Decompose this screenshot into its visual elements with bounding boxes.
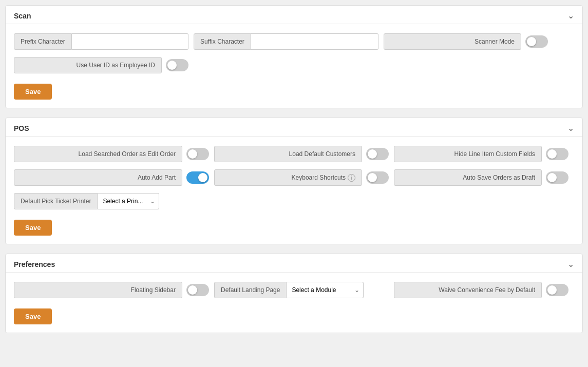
floating-sidebar-label: Floating Sidebar: [14, 282, 182, 298]
keyboard-shortcuts-info-icon: i: [348, 174, 355, 182]
scan-section-body: Prefix Character Suffix Character Scanne…: [6, 24, 582, 108]
preferences-row-1: Floating Sidebar Default Landing Page Se…: [14, 282, 574, 298]
pos-chevron-icon: ⌄: [567, 123, 574, 133]
waive-fee-group: Waive Convenience Fee by Default: [394, 282, 568, 298]
prefix-field-group: Prefix Character: [14, 33, 188, 50]
waive-fee-label: Waive Convenience Fee by Default: [394, 282, 542, 298]
preferences-section-body: Floating Sidebar Default Landing Page Se…: [6, 273, 582, 333]
use-user-id-label: Use User ID as Employee ID: [14, 57, 162, 73]
default-printer-select[interactable]: Select a Prin...: [98, 193, 159, 209]
floating-sidebar-toggle[interactable]: [186, 284, 209, 296]
auto-add-part-toggle[interactable]: [186, 171, 209, 184]
auto-add-part-slider: [186, 171, 209, 184]
auto-add-part-label: Auto Add Part: [14, 169, 182, 186]
pos-title: POS: [14, 124, 29, 132]
use-user-id-group: Use User ID as Employee ID: [14, 57, 188, 73]
hide-line-item-group: Hide Line Item Custom Fields: [394, 146, 568, 162]
scanner-mode-toggle[interactable]: [525, 35, 548, 48]
pos-row-2: Auto Add Part Keyboard Shortcuts i Auto …: [14, 169, 574, 186]
scanner-mode-label: Scanner Mode: [384, 33, 521, 50]
suffix-field-group: Suffix Character: [194, 33, 378, 50]
prefix-label: Prefix Character: [14, 33, 72, 50]
scanner-mode-group: Scanner Mode: [384, 33, 548, 50]
scanner-mode-slider: [525, 35, 548, 48]
default-landing-group: Default Landing Page Select a Module ⌄: [214, 282, 389, 298]
suffix-label: Suffix Character: [194, 33, 251, 50]
suffix-input[interactable]: [251, 33, 378, 50]
load-searched-label: Load Searched Order as Edit Order: [14, 146, 182, 162]
auto-save-orders-group: Auto Save Orders as Draft: [394, 169, 568, 186]
pos-section: POS ⌄ Load Searched Order as Edit Order …: [5, 118, 583, 244]
preferences-chevron-icon: ⌄: [567, 259, 574, 269]
auto-save-orders-toggle[interactable]: [546, 171, 568, 184]
pos-row-3: Default Pick Ticket Printer Select a Pri…: [14, 193, 574, 209]
preferences-section-header[interactable]: Preferences ⌄: [6, 254, 582, 273]
scan-row-2: Use User ID as Employee ID: [14, 57, 574, 73]
preferences-title: Preferences: [14, 260, 55, 268]
scan-title: Scan: [14, 12, 31, 20]
default-landing-wrapper: Select a Module ⌄: [287, 282, 364, 298]
scan-section-header[interactable]: Scan ⌄: [6, 6, 582, 24]
default-printer-group: Default Pick Ticket Printer Select a Pri…: [14, 193, 178, 209]
hide-line-item-slider: [546, 148, 568, 160]
auto-save-orders-slider: [546, 171, 568, 184]
load-searched-toggle[interactable]: [186, 148, 209, 160]
keyboard-shortcuts-label: Keyboard Shortcuts i: [214, 169, 362, 186]
default-landing-select[interactable]: Select a Module: [287, 282, 364, 298]
default-landing-label: Default Landing Page: [214, 282, 287, 298]
hide-line-item-toggle[interactable]: [546, 148, 568, 160]
floating-sidebar-slider: [186, 284, 209, 296]
waive-fee-toggle[interactable]: [546, 284, 568, 296]
load-default-customers-toggle[interactable]: [366, 148, 389, 160]
pos-section-body: Load Searched Order as Edit Order Load D…: [6, 137, 582, 244]
pos-row-1: Load Searched Order as Edit Order Load D…: [14, 146, 574, 162]
pos-section-header[interactable]: POS ⌄: [6, 118, 582, 137]
hide-line-item-label: Hide Line Item Custom Fields: [394, 146, 542, 162]
use-user-id-slider: [166, 59, 188, 71]
load-default-customers-slider: [366, 148, 389, 160]
use-user-id-toggle[interactable]: [166, 59, 188, 71]
keyboard-shortcuts-toggle[interactable]: [366, 171, 389, 184]
keyboard-shortcuts-slider: [366, 171, 389, 184]
load-searched-group: Load Searched Order as Edit Order: [14, 146, 209, 162]
scan-chevron-icon: ⌄: [567, 11, 574, 21]
default-printer-wrapper: Select a Prin... ⌄: [98, 193, 159, 209]
auto-add-part-group: Auto Add Part: [14, 169, 209, 186]
prefix-input[interactable]: [72, 33, 188, 50]
floating-sidebar-group: Floating Sidebar: [14, 282, 209, 298]
waive-fee-slider: [546, 284, 568, 296]
load-searched-slider: [186, 148, 209, 160]
preferences-save-button[interactable]: Save: [14, 308, 52, 324]
auto-save-orders-label: Auto Save Orders as Draft: [394, 169, 542, 186]
load-default-customers-group: Load Default Customers: [214, 146, 389, 162]
scan-save-button[interactable]: Save: [14, 84, 52, 100]
preferences-section: Preferences ⌄ Floating Sidebar Default L…: [5, 254, 583, 333]
keyboard-shortcuts-group: Keyboard Shortcuts i: [214, 169, 389, 186]
scan-section: Scan ⌄ Prefix Character Suffix Character…: [5, 5, 583, 108]
pos-save-button[interactable]: Save: [14, 220, 52, 236]
load-default-customers-label: Load Default Customers: [214, 146, 362, 162]
scan-row-1: Prefix Character Suffix Character Scanne…: [14, 33, 574, 50]
default-printer-label: Default Pick Ticket Printer: [14, 193, 98, 209]
